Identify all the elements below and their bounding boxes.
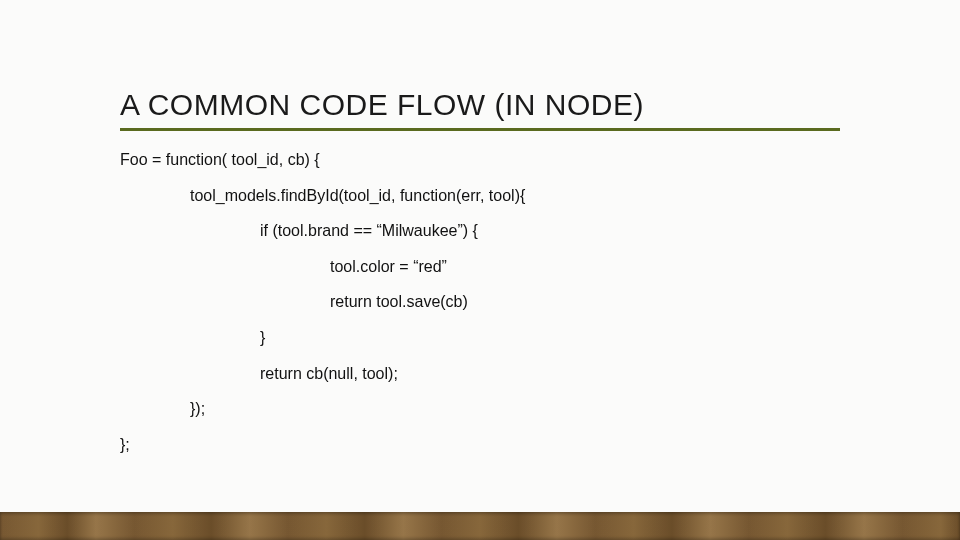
- wood-footer: [0, 512, 960, 540]
- code-line: if (tool.brand == “Milwaukee”) {: [120, 220, 840, 242]
- slide: A COMMON CODE FLOW (IN NODE) Foo = funct…: [0, 0, 960, 540]
- code-line: };: [120, 434, 840, 456]
- code-line: return tool.save(cb): [120, 291, 840, 313]
- code-line: return cb(null, tool);: [120, 363, 840, 385]
- code-line: tool_models.findById(tool_id, function(e…: [120, 185, 840, 207]
- slide-title: A COMMON CODE FLOW (IN NODE): [120, 88, 840, 131]
- code-line: tool.color = “red”: [120, 256, 840, 278]
- code-line: });: [120, 398, 840, 420]
- code-line: }: [120, 327, 840, 349]
- code-line: Foo = function( tool_id, cb) {: [120, 149, 840, 171]
- code-block: Foo = function( tool_id, cb) { tool_mode…: [120, 149, 840, 455]
